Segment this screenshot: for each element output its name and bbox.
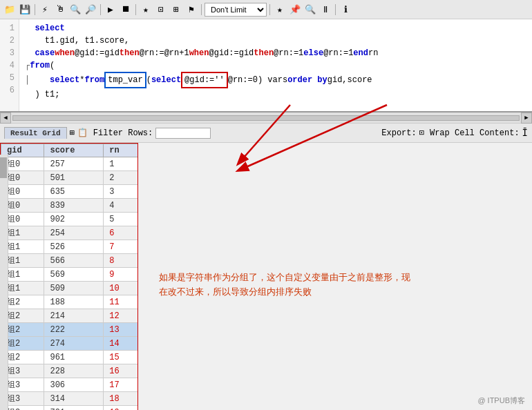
table-row: 组05012 (1, 171, 139, 185)
table-row: 组12546 (1, 226, 139, 240)
save-icon[interactable]: 💾 (18, 3, 32, 17)
scroll-left[interactable]: ◀ (0, 113, 11, 124)
line-numbers: 1 2 3 4 5 6 (0, 19, 19, 111)
form-view-icon[interactable]: 📋 (77, 128, 88, 138)
cell-score: 902 (44, 213, 104, 226)
grid-view-icon[interactable]: ⊞ (70, 128, 75, 138)
result-table: gid score rn 组02571组05012组06353组08394组09… (1, 144, 138, 410)
vscroll-thumb[interactable] (0, 157, 7, 178)
sep1 (35, 4, 35, 15)
wrap-icon[interactable]: Ī (522, 128, 528, 139)
cell-rn: 18 (104, 392, 138, 406)
flag-icon[interactable]: ⚑ (184, 3, 198, 17)
export-label: Export: (381, 128, 416, 138)
cell-score: 701 (44, 406, 104, 411)
code-line-2: t1.gid, t1.score, (25, 35, 526, 47)
cell-rn: 16 (104, 364, 138, 378)
table-row: 组08394 (1, 199, 139, 213)
code-line-6: ) t1; (25, 88, 526, 101)
cell-score: 257 (44, 157, 104, 171)
cell-rn: 10 (104, 282, 138, 295)
cell-score: 635 (44, 185, 104, 199)
pin-icon[interactable]: 📌 (288, 3, 302, 17)
cell-score: 961 (44, 351, 104, 364)
export-icon[interactable]: ⊡ (419, 128, 424, 138)
result-content: gid score rn 组02571组05012组06353组08394组09… (0, 143, 532, 410)
main-toolbar: 📁 💾 ⚡ 🖱 🔍 🔎 ▶ ⏹ ★ ⊡ ⊞ ⚑ Don't Limit ★ 📌 … (0, 0, 532, 19)
scroll-right[interactable]: ▶ (521, 113, 532, 124)
filter-rows-input[interactable] (155, 128, 211, 139)
cell-rn: 1 (104, 157, 138, 171)
cell-rn: 5 (104, 213, 138, 226)
table-row: 组331418 (1, 392, 139, 406)
annotation-text: 如果是字符串作为分组了，这个自定义变量由于之前是整形，现 在改不过来，所以导致分… (159, 271, 410, 300)
col-score: score (44, 144, 104, 157)
vscroll-bar (0, 155, 8, 410)
cursor-icon[interactable]: 🖱 (53, 3, 67, 17)
cell-rn: 9 (104, 268, 138, 282)
sep5 (269, 4, 270, 15)
table-row: 组296115 (1, 351, 139, 364)
cell-score: 509 (44, 282, 104, 295)
star-icon[interactable]: ★ (273, 3, 287, 17)
cell-score: 228 (44, 364, 104, 378)
cell-score: 501 (44, 171, 104, 185)
table-row: 组322816 (1, 364, 139, 378)
code-line-3: case when @gid:=gid then @rn:=@rn+1 when… (25, 47, 526, 59)
cell-rn: 15 (104, 351, 138, 364)
cell-rn: 2 (104, 171, 138, 185)
limit-dropdown[interactable]: Don't Limit (205, 3, 267, 17)
code-line-5: │ select * from tmp_var ( select @gid:='… (25, 72, 526, 88)
search-icon[interactable]: 🔍 (68, 3, 82, 17)
cell-rn: 7 (104, 240, 138, 254)
cell-score: 274 (44, 337, 104, 351)
editor-content[interactable]: select t1.gid, t1.score, case when @gid:… (19, 19, 532, 111)
table-row: 组227414 (1, 337, 139, 351)
cell-rn: 6 (104, 226, 138, 240)
filter-icon[interactable]: ⊡ (154, 3, 168, 17)
table-row: 组150910 (1, 282, 139, 295)
table-row: 组218811 (1, 295, 139, 309)
lightning-icon[interactable]: ⚡ (38, 3, 52, 17)
play-icon[interactable]: ▶ (104, 3, 117, 17)
format-icon[interactable]: Ⅱ (319, 3, 332, 17)
sep3 (135, 4, 136, 15)
code-line-4: ┌ from ( (25, 59, 526, 72)
cell-score: 566 (44, 254, 104, 268)
cell-rn: 4 (104, 199, 138, 213)
cell-rn: 12 (104, 309, 138, 323)
bookmark-icon[interactable]: ★ (139, 3, 153, 17)
cell-score: 526 (44, 240, 104, 254)
table-header-row: gid score rn (1, 144, 139, 157)
grid-icon[interactable]: ⊞ (169, 3, 183, 17)
table-row: 组330617 (1, 378, 139, 392)
table-row: 组221412 (1, 309, 139, 323)
table-row: 组09025 (1, 213, 139, 226)
cell-score: 314 (44, 392, 104, 406)
cell-score: 222 (44, 323, 104, 337)
result-toolbar: Result Grid ⊞ 📋 Filter Rows: Export: ⊡ W… (0, 124, 532, 143)
code-line-1: select (25, 22, 526, 35)
table-row: 组370119 (1, 406, 139, 411)
filter-rows-label: Filter Rows: (93, 128, 153, 138)
search3-icon[interactable]: 🔍 (303, 3, 317, 17)
table-wrapper: gid score rn 组02571组05012组06353组08394组09… (0, 143, 138, 410)
magnify-icon[interactable]: 🔎 (84, 3, 97, 17)
info-icon[interactable]: ℹ (339, 3, 352, 17)
cell-score: 254 (44, 226, 104, 240)
sep2 (100, 4, 101, 15)
editor-area: 1 2 3 4 5 6 select t1.gid, t1.score, (0, 19, 532, 113)
gid-assign-highlight: @gid:='' (181, 72, 228, 88)
folder-icon[interactable]: 📁 (3, 3, 17, 17)
result-left: gid score rn 组02571组05012组06353组08394组09… (0, 143, 138, 410)
result-right: 如果是字符串作为分组了，这个自定义变量由于之前是整形，现 在改不过来，所以导致分… (138, 143, 532, 410)
stop-icon[interactable]: ⏹ (119, 3, 133, 17)
cell-score: 188 (44, 295, 104, 309)
cell-rn: 11 (104, 295, 138, 309)
watermark: @ ITPUB博客 (477, 396, 525, 406)
cell-score: 839 (44, 199, 104, 213)
table-row: 组222213 (1, 323, 139, 337)
result-grid-tab[interactable]: Result Grid (4, 127, 67, 139)
scroll-track[interactable] (12, 115, 520, 121)
cell-score: 569 (44, 268, 104, 282)
